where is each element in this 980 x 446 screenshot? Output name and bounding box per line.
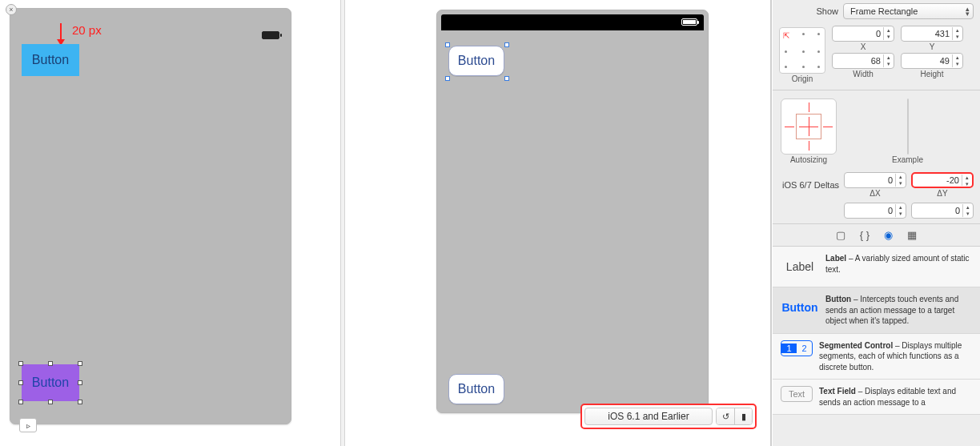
library-item-label[interactable]: Label Label – A variably sized amount of… [773, 247, 980, 287]
delta-x-field[interactable]: 0▴▾ [844, 172, 906, 188]
selection-handle[interactable] [18, 361, 23, 366]
width-field[interactable]: 68▴▾ [832, 53, 894, 69]
file-template-icon[interactable]: ▢ [836, 229, 845, 241]
library-item-textfield[interactable]: Text Text Field – Displays editable text… [773, 380, 980, 415]
button-thumb: Button [781, 294, 819, 321]
status-bar [441, 14, 704, 30]
selection-handle[interactable] [504, 76, 509, 81]
stepper-icon[interactable]: ▴▾ [952, 27, 962, 40]
show-popup-value: Frame Rectangle [850, 6, 918, 16]
delta-y-field[interactable]: -20▴▾ [911, 172, 974, 188]
stepper-icon[interactable]: ▴▾ [895, 174, 905, 187]
object-library-icon[interactable]: ◉ [884, 229, 893, 241]
selection-handle[interactable] [445, 42, 450, 47]
textfield-thumb: Text [781, 386, 813, 402]
inspector-panel: Show Frame Rectangle ▴▾ ⇱ Origin 0▴▾ X [773, 0, 980, 446]
label-thumb: Label [781, 253, 819, 280]
y-field[interactable]: 431▴▾ [901, 26, 963, 42]
show-popup[interactable]: Frame Rectangle ▴▾ [843, 3, 974, 19]
library-item-desc: Text Field – Displays editable text and … [819, 386, 972, 408]
inspector-divider[interactable] [770, 0, 772, 446]
selection-handle[interactable] [78, 361, 82, 366]
canvas-ios7[interactable]: × 20 px Button Button [10, 8, 291, 424]
button-purple[interactable]: Button [22, 364, 79, 401]
button-purple-selected[interactable]: Button [22, 364, 79, 401]
canvas-ios6[interactable]: Button Button [436, 10, 709, 413]
annotation-px-label: 20 px [72, 23, 102, 37]
selection-handle[interactable] [48, 361, 53, 366]
deltas-label: iOS 6/7 Deltas [779, 180, 839, 190]
preview-version-bar: iOS 6.1 and Earlier ↺ ▮ [580, 404, 757, 429]
delta-y-label: ΔY [937, 189, 947, 198]
origin-picker[interactable]: ⇱ [779, 27, 825, 74]
battery-icon [262, 31, 279, 39]
ios-version-popup[interactable]: iOS 6.1 and Earlier [584, 408, 713, 425]
segue-button[interactable]: ▹ [19, 418, 37, 432]
button-ios6-top[interactable]: Button [448, 46, 504, 76]
button-ios6-bottom[interactable]: Button [448, 374, 504, 404]
delta-w-field[interactable]: 0▴▾ [844, 203, 906, 219]
autosizing-label: Autosizing [790, 155, 827, 164]
selection-handle[interactable] [18, 380, 23, 385]
library-item-segmented[interactable]: 12 Segmented Control – Displays multiple… [773, 334, 980, 380]
device-icon[interactable]: ▮ [734, 408, 752, 424]
origin-label: Origin [792, 74, 813, 83]
close-icon[interactable]: × [6, 4, 17, 15]
segmented-thumb: 12 [781, 340, 813, 356]
panel-divider[interactable] [340, 0, 345, 446]
library-item-button[interactable]: Button Button – Intercepts touch events … [773, 287, 980, 334]
origin-arrow-icon: ⇱ [783, 31, 789, 40]
stepper-icon[interactable]: ▴▾ [962, 175, 971, 186]
media-library-icon[interactable]: ▦ [907, 229, 917, 241]
delta-h-field[interactable]: 0▴▾ [911, 203, 974, 219]
stepper-icon[interactable]: ▴▾ [883, 54, 893, 67]
y-label: Y [930, 42, 935, 51]
stepper-icon[interactable]: ▴▾ [962, 204, 972, 217]
stepper-icon[interactable]: ▴▾ [952, 54, 962, 67]
button-ios6-top-selected[interactable]: Button [448, 46, 506, 78]
selection-handle[interactable] [48, 400, 53, 404]
button-blue[interactable]: Button [22, 44, 79, 76]
orientation-segmented[interactable]: ↺ ▮ [716, 408, 753, 425]
show-label: Show [779, 6, 838, 16]
selection-handle[interactable] [504, 42, 509, 47]
autosizing-example [907, 98, 909, 155]
stepper-icon[interactable]: ▴▾ [883, 27, 893, 40]
x-label: X [861, 42, 866, 51]
selection-handle[interactable] [78, 380, 82, 385]
annotation-arrow-icon [60, 23, 62, 44]
stepper-icon[interactable]: ▴▾ [895, 204, 905, 217]
delta-x-label: ΔX [870, 189, 880, 198]
library-toolbar: ▢ { } ◉ ▦ [773, 223, 980, 247]
library-item-desc: Button – Intercepts touch events and sen… [825, 294, 972, 327]
width-label: Width [853, 70, 874, 78]
x-field[interactable]: 0▴▾ [832, 26, 894, 42]
library-item-desc: Segmented Control – Displays multiple se… [819, 340, 972, 373]
height-field[interactable]: 49▴▾ [901, 53, 963, 69]
height-label: Height [921, 70, 944, 78]
library-item-desc: Label – A variably sized amount of stati… [825, 253, 972, 280]
selection-handle[interactable] [18, 400, 23, 404]
selection-handle[interactable] [445, 76, 450, 81]
battery-icon [681, 18, 697, 26]
rotate-icon[interactable]: ↺ [717, 408, 734, 424]
selection-handle[interactable] [78, 400, 82, 404]
autosizing-control[interactable] [781, 98, 837, 155]
code-snippet-icon[interactable]: { } [860, 229, 870, 241]
chevron-updown-icon: ▴▾ [966, 6, 970, 16]
example-label: Example [892, 155, 923, 164]
